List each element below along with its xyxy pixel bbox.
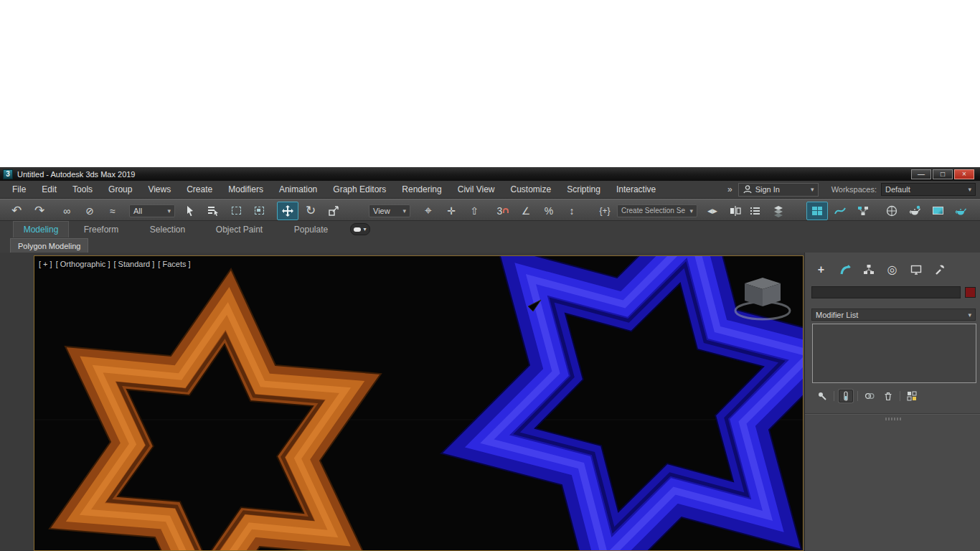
angle-snap-toggle-button[interactable]: ∠: [515, 202, 537, 220]
edit-named-selection-sets-button[interactable]: {+}: [594, 202, 616, 220]
rendered-frame-icon: [933, 207, 943, 215]
divider: [834, 391, 834, 401]
viewport-label: [ + ] [ Orthographic ] [ Standard ] [ Fa…: [39, 260, 191, 268]
make-unique-icon: [864, 390, 875, 402]
undo-button[interactable]: ↶: [6, 202, 27, 220]
rollout-resize-grip[interactable]: [885, 418, 901, 420]
configure-modifier-sets-button[interactable]: [905, 390, 919, 402]
menu-item-civil-view[interactable]: Civil View: [450, 181, 503, 198]
mirror-button[interactable]: ◀▶: [702, 202, 723, 220]
rendered-frame-window-button[interactable]: [927, 202, 948, 220]
align-icon: [729, 204, 742, 217]
utilities-icon: [933, 263, 946, 276]
ribbon-tab-modeling[interactable]: Modeling: [13, 221, 69, 237]
window-crossing-selection-button[interactable]: [248, 202, 270, 220]
modify-icon: [839, 263, 852, 276]
select-and-manipulate-button[interactable]: ✛: [440, 202, 462, 220]
remove-modifier-button[interactable]: [881, 390, 895, 402]
menu-overflow-chevron[interactable]: »: [722, 184, 738, 194]
tab-utilities[interactable]: [929, 260, 950, 278]
spinner-snap-toggle-button[interactable]: ↕: [561, 202, 583, 220]
snaps-toggle-3d-button[interactable]: 3: [492, 202, 514, 220]
toggle-ribbon-button[interactable]: [806, 202, 828, 220]
modifier-stack-list[interactable]: [812, 324, 976, 383]
select-and-scale-button[interactable]: [323, 202, 344, 220]
render-production-button[interactable]: [950, 202, 971, 220]
ribbon-overflow-button[interactable]: [350, 223, 370, 235]
tab-display[interactable]: [905, 260, 926, 278]
menu-item-edit[interactable]: Edit: [34, 181, 65, 198]
menu-item-tools[interactable]: Tools: [65, 181, 100, 198]
menu-item-create[interactable]: Create: [179, 181, 220, 198]
curve-editor-button[interactable]: [829, 202, 851, 220]
menu-item-views[interactable]: Views: [140, 181, 179, 198]
unlink-selection-button[interactable]: ⊘: [79, 202, 100, 220]
menu-item-interactive[interactable]: Interactive: [608, 181, 664, 198]
render-setup-button[interactable]: [904, 202, 925, 220]
tab-motion[interactable]: ◎: [882, 260, 903, 278]
viewport-menu-pov[interactable]: [ Orthographic ]: [56, 260, 110, 268]
menu-item-animation[interactable]: Animation: [271, 181, 325, 198]
ribbon-tab-freeform[interactable]: Freeform: [69, 221, 133, 237]
rectangular-selection-region-button[interactable]: [225, 202, 247, 220]
window-titlebar[interactable]: 3 Untitled - Autodesk 3ds Max 2019 — □ ×: [0, 167, 980, 181]
redo-button[interactable]: ↷: [29, 202, 50, 220]
select-and-rotate-button[interactable]: ↻: [300, 202, 321, 220]
select-and-link-button[interactable]: ∞: [56, 202, 77, 220]
app-logo-icon[interactable]: 3: [3, 169, 13, 179]
make-unique-button[interactable]: [862, 390, 877, 402]
viewport-menu-shading[interactable]: [ Facets ]: [158, 260, 190, 268]
object-name-input[interactable]: [811, 286, 961, 298]
desktop: 3 Untitled - Autodesk 3ds Max 2019 — □ ×…: [0, 0, 980, 551]
toggle-scene-explorer-button[interactable]: [745, 202, 766, 220]
keyboard-shortcut-override-toggle[interactable]: ⇧: [463, 202, 485, 220]
menu-item-file[interactable]: File: [4, 181, 34, 198]
toggle-layer-explorer-button[interactable]: [768, 202, 789, 220]
menu-item-graph-editors[interactable]: Graph Editors: [325, 181, 394, 198]
sign-in-dropdown[interactable]: Sign In: [738, 183, 819, 197]
selection-filter-dropdown[interactable]: All: [129, 204, 175, 217]
material-sphere-icon: [885, 204, 898, 217]
ribbon-tab-populate[interactable]: Populate: [277, 221, 345, 237]
ribbon-tab-object-paint[interactable]: Object Paint: [202, 221, 277, 237]
schematic-view-button[interactable]: [852, 202, 874, 220]
viewport-menu-renderer[interactable]: [ Standard ]: [113, 260, 154, 268]
maximize-button[interactable]: □: [933, 169, 953, 179]
tab-create[interactable]: +: [811, 260, 831, 278]
use-pivot-point-center-button[interactable]: ⌖: [418, 202, 439, 220]
named-selection-sets-dropdown[interactable]: Create Selection Se: [617, 204, 697, 217]
viewport-canvas[interactable]: [34, 256, 803, 550]
minimize-button[interactable]: —: [911, 169, 931, 179]
viewport-menu-general[interactable]: [ + ]: [39, 260, 52, 268]
select-by-name-button[interactable]: [202, 202, 224, 220]
pin-stack-button[interactable]: [815, 390, 829, 402]
menu-item-rendering[interactable]: Rendering: [394, 181, 449, 198]
dashed-region-icon: [232, 207, 241, 215]
align-button[interactable]: [725, 202, 746, 220]
show-end-result-button[interactable]: [839, 390, 853, 402]
cursor-icon: [184, 204, 197, 217]
polygon-modeling-panel-tab[interactable]: Polygon Modeling: [10, 238, 88, 253]
menu-item-group[interactable]: Group: [100, 181, 140, 198]
percent-snap-toggle-button[interactable]: %: [538, 202, 560, 220]
workspaces-dropdown[interactable]: Default: [881, 183, 976, 196]
object-color-swatch[interactable]: [965, 287, 976, 298]
viewport-orthographic[interactable]: [ + ] [ Orthographic ] [ Standard ] [ Fa…: [34, 255, 804, 551]
menu-item-modifiers[interactable]: Modifiers: [220, 181, 271, 198]
select-and-move-button[interactable]: [277, 202, 298, 220]
magnet-icon: [503, 208, 509, 213]
bind-to-space-warp-button[interactable]: ≈: [102, 202, 123, 220]
modifier-list-dropdown[interactable]: Modifier List: [811, 309, 976, 321]
move-cross-icon: [281, 204, 294, 217]
material-editor-button[interactable]: [881, 202, 903, 220]
menu-item-scripting[interactable]: Scripting: [559, 181, 608, 198]
ribbon-tab-selection[interactable]: Selection: [133, 221, 202, 237]
reference-coordinate-system-dropdown[interactable]: View: [369, 204, 410, 217]
close-button[interactable]: ×: [954, 169, 974, 179]
star-object-orange[interactable]: [50, 269, 381, 550]
tab-hierarchy[interactable]: [858, 260, 879, 278]
menu-item-customize[interactable]: Customize: [503, 181, 560, 198]
named-selection-sets-value: Create Selection Se: [621, 207, 685, 215]
select-object-button[interactable]: [179, 202, 201, 220]
tab-modify[interactable]: [834, 260, 855, 278]
